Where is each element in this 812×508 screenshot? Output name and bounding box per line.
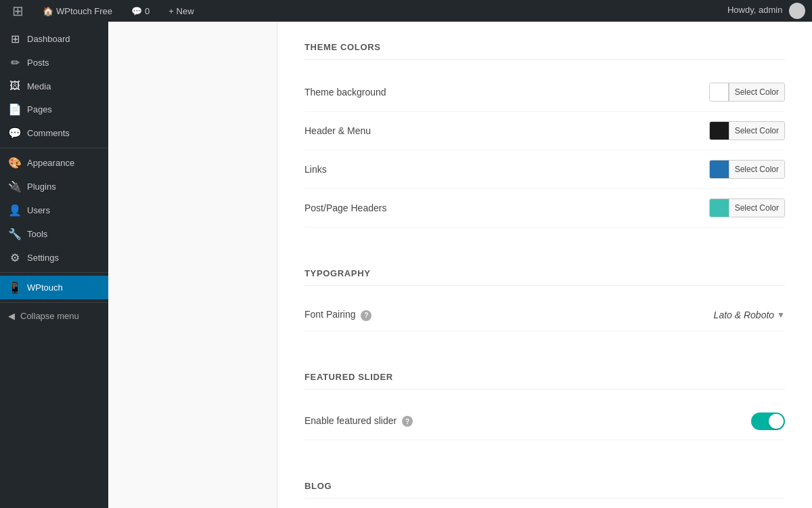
enable-featured-slider-control	[751, 412, 785, 430]
header-menu-control: Select Color	[709, 121, 785, 140]
comments-link[interactable]: 💬 0	[126, 0, 155, 22]
pages-icon: 📄	[8, 103, 22, 116]
font-pairing-value: Lato & Roboto	[714, 310, 775, 320]
sidebar-item-label: Posts	[27, 58, 49, 68]
wp-logo-icon: ⊞	[12, 3, 24, 19]
theme-background-swatch	[710, 83, 729, 101]
featured-slider-title: FEATURED SLIDER	[304, 372, 785, 389]
links-swatch	[710, 161, 729, 178]
collapse-label: Collapse menu	[20, 311, 79, 321]
post-page-headers-control: Select Color	[709, 198, 785, 217]
settings-nav-panel	[108, 22, 277, 508]
font-pairing-row: Font Pairing ? Lato & Roboto ▼	[304, 299, 785, 331]
header-menu-swatch	[710, 122, 729, 140]
font-pairing-select[interactable]: Lato & Roboto ▼	[714, 310, 785, 320]
sidebar-item-users[interactable]: 👤 Users	[0, 198, 108, 222]
typography-section: TYPOGRAPHY Font Pairing ? Lato & Roboto …	[304, 268, 785, 331]
theme-colors-title: THEME COLORS	[304, 42, 785, 60]
font-pairing-label: Font Pairing ?	[304, 309, 371, 321]
plugins-icon: 🔌	[8, 180, 22, 193]
sidebar-item-label: Plugins	[27, 182, 56, 192]
howdy-text: Howdy, admin	[727, 3, 805, 19]
links-color-button[interactable]: Select Color	[709, 160, 785, 179]
sidebar-item-wptouch[interactable]: 📱 WPtouch	[0, 276, 108, 299]
sidebar-item-label: Users	[27, 205, 50, 215]
comments-icon: 💬	[8, 127, 22, 140]
font-pairing-dropdown-arrow: ▼	[777, 310, 785, 320]
sidebar-item-plugins[interactable]: 🔌 Plugins	[0, 175, 108, 198]
wp-logo[interactable]: ⊞	[7, 0, 29, 22]
sidebar-item-media[interactable]: 🖼 Media	[0, 75, 108, 98]
theme-background-btn-label: Select Color	[729, 83, 784, 101]
tools-icon: 🔧	[8, 228, 22, 240]
media-icon: 🖼	[8, 80, 22, 92]
links-control: Select Color	[709, 160, 785, 179]
sidebar-item-posts[interactable]: ✏ Posts	[0, 51, 108, 75]
posts-icon: ✏	[8, 56, 22, 69]
sidebar-item-settings[interactable]: ⚙ Settings	[0, 246, 108, 270]
theme-colors-section: THEME COLORS Theme background Select Col…	[304, 42, 785, 228]
sidebar-item-label: Pages	[27, 104, 52, 114]
sidebar-item-comments[interactable]: 💬 Comments	[0, 121, 108, 145]
header-menu-label: Header & Menu	[304, 125, 371, 136]
theme-background-control: Select Color	[709, 83, 785, 102]
post-page-headers-row: Post/Page Headers Select Color	[304, 189, 785, 228]
header-menu-color-button[interactable]: Select Color	[709, 121, 785, 140]
sidebar-item-label: Appearance	[27, 158, 74, 168]
sidebar-item-label: Media	[27, 81, 51, 91]
header-menu-btn-label: Select Color	[729, 122, 784, 140]
admin-menu: ⊞ Dashboard ✏ Posts 🖼 Media 📄 Pages 💬 Co…	[0, 22, 108, 508]
dashboard-icon: ⊞	[8, 33, 22, 45]
enable-featured-slider-help-icon[interactable]: ?	[402, 416, 413, 427]
sidebar-item-label: Dashboard	[27, 34, 70, 44]
links-row: Links Select Color	[304, 150, 785, 189]
post-page-headers-label: Post/Page Headers	[304, 203, 386, 213]
enable-featured-slider-label: Enable featured slider ?	[304, 415, 413, 427]
sidebar-item-tools[interactable]: 🔧 Tools	[0, 222, 108, 246]
main-content: THEME COLORS Theme background Select Col…	[108, 22, 812, 508]
links-btn-label: Select Color	[729, 161, 784, 178]
comments-icon: 💬	[131, 6, 142, 16]
typography-title: TYPOGRAPHY	[304, 268, 785, 286]
wptouch-icon: 📱	[8, 281, 22, 294]
sidebar-item-label: WPtouch	[27, 282, 63, 293]
collapse-menu-button[interactable]: ◀ Collapse menu	[0, 305, 108, 326]
post-page-headers-swatch	[710, 199, 729, 217]
users-icon: 👤	[8, 204, 22, 217]
featured-slider-section: FEATURED SLIDER Enable featured slider ?	[304, 372, 785, 440]
settings-icon: ⚙	[8, 251, 22, 264]
site-name[interactable]: 🏠 WPtouch Free	[37, 0, 118, 22]
theme-background-row: Theme background Select Color	[304, 73, 785, 112]
links-label: Links	[304, 164, 327, 175]
sidebar-item-label: Settings	[27, 253, 59, 263]
post-page-headers-color-button[interactable]: Select Color	[709, 198, 785, 217]
enable-featured-slider-toggle[interactable]	[751, 412, 785, 430]
blog-title: BLOG	[304, 481, 785, 499]
site-name-icon: 🏠	[43, 6, 53, 16]
collapse-icon: ◀	[8, 311, 15, 321]
settings-content-area: THEME COLORS Theme background Select Col…	[277, 22, 812, 508]
enable-featured-slider-row: Enable featured slider ?	[304, 403, 785, 440]
avatar	[789, 3, 805, 19]
header-menu-row: Header & Menu Select Color	[304, 112, 785, 150]
theme-background-label: Theme background	[304, 87, 386, 98]
sidebar-item-appearance[interactable]: 🎨 Appearance	[0, 151, 108, 175]
new-content-button[interactable]: + New	[163, 0, 199, 22]
theme-background-color-button[interactable]: Select Color	[709, 83, 785, 102]
sidebar-item-label: Comments	[27, 128, 70, 138]
font-pairing-help-icon[interactable]: ?	[361, 310, 371, 321]
appearance-icon: 🎨	[8, 156, 22, 169]
sidebar-item-pages[interactable]: 📄 Pages	[0, 98, 108, 121]
admin-bar: ⊞ 🏠 WPtouch Free 💬 0 + New Howdy, admin	[0, 0, 812, 22]
blog-section: BLOG Post thumbnails Blog listing, singl…	[304, 481, 785, 509]
sidebar-item-dashboard[interactable]: ⊞ Dashboard	[0, 27, 108, 51]
sidebar-item-label: Tools	[27, 229, 47, 239]
post-page-headers-btn-label: Select Color	[729, 199, 784, 217]
